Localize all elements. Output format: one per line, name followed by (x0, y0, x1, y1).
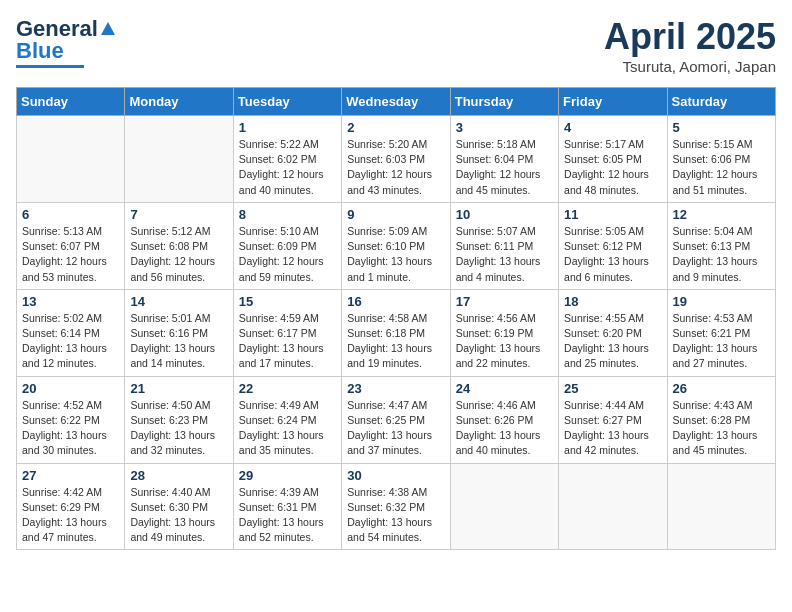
page-header: General Blue April 2025 Tsuruta, Aomori,… (16, 16, 776, 75)
day-number: 18 (564, 294, 661, 309)
day-info: Sunrise: 4:53 AM Sunset: 6:21 PM Dayligh… (673, 311, 770, 372)
logo: General Blue (16, 16, 115, 68)
day-info: Sunrise: 4:44 AM Sunset: 6:27 PM Dayligh… (564, 398, 661, 459)
day-info: Sunrise: 4:42 AM Sunset: 6:29 PM Dayligh… (22, 485, 119, 546)
day-info: Sunrise: 5:07 AM Sunset: 6:11 PM Dayligh… (456, 224, 553, 285)
day-info: Sunrise: 5:04 AM Sunset: 6:13 PM Dayligh… (673, 224, 770, 285)
title-block: April 2025 Tsuruta, Aomori, Japan (604, 16, 776, 75)
day-number: 30 (347, 468, 444, 483)
calendar-cell: 5Sunrise: 5:15 AM Sunset: 6:06 PM Daylig… (667, 116, 775, 203)
calendar-cell: 11Sunrise: 5:05 AM Sunset: 6:12 PM Dayli… (559, 202, 667, 289)
day-number: 16 (347, 294, 444, 309)
calendar-cell: 19Sunrise: 4:53 AM Sunset: 6:21 PM Dayli… (667, 289, 775, 376)
calendar-cell: 14Sunrise: 5:01 AM Sunset: 6:16 PM Dayli… (125, 289, 233, 376)
day-number: 12 (673, 207, 770, 222)
day-info: Sunrise: 5:17 AM Sunset: 6:05 PM Dayligh… (564, 137, 661, 198)
calendar-cell: 17Sunrise: 4:56 AM Sunset: 6:19 PM Dayli… (450, 289, 558, 376)
day-number: 19 (673, 294, 770, 309)
day-info: Sunrise: 5:22 AM Sunset: 6:02 PM Dayligh… (239, 137, 336, 198)
day-info: Sunrise: 4:38 AM Sunset: 6:32 PM Dayligh… (347, 485, 444, 546)
day-number: 4 (564, 120, 661, 135)
day-number: 8 (239, 207, 336, 222)
weekday-header: Tuesday (233, 88, 341, 116)
day-info: Sunrise: 5:13 AM Sunset: 6:07 PM Dayligh… (22, 224, 119, 285)
day-info: Sunrise: 4:40 AM Sunset: 6:30 PM Dayligh… (130, 485, 227, 546)
calendar-cell: 16Sunrise: 4:58 AM Sunset: 6:18 PM Dayli… (342, 289, 450, 376)
calendar-cell (450, 463, 558, 550)
calendar-cell: 9Sunrise: 5:09 AM Sunset: 6:10 PM Daylig… (342, 202, 450, 289)
calendar-cell (17, 116, 125, 203)
calendar-cell: 7Sunrise: 5:12 AM Sunset: 6:08 PM Daylig… (125, 202, 233, 289)
day-number: 5 (673, 120, 770, 135)
day-number: 7 (130, 207, 227, 222)
day-info: Sunrise: 4:52 AM Sunset: 6:22 PM Dayligh… (22, 398, 119, 459)
month-year-title: April 2025 (604, 16, 776, 58)
calendar-cell: 21Sunrise: 4:50 AM Sunset: 6:23 PM Dayli… (125, 376, 233, 463)
day-number: 29 (239, 468, 336, 483)
day-number: 14 (130, 294, 227, 309)
calendar-cell: 10Sunrise: 5:07 AM Sunset: 6:11 PM Dayli… (450, 202, 558, 289)
calendar-cell: 12Sunrise: 5:04 AM Sunset: 6:13 PM Dayli… (667, 202, 775, 289)
weekday-header: Sunday (17, 88, 125, 116)
day-info: Sunrise: 5:15 AM Sunset: 6:06 PM Dayligh… (673, 137, 770, 198)
day-number: 22 (239, 381, 336, 396)
calendar-week-row: 13Sunrise: 5:02 AM Sunset: 6:14 PM Dayli… (17, 289, 776, 376)
day-number: 9 (347, 207, 444, 222)
day-number: 26 (673, 381, 770, 396)
calendar-cell: 26Sunrise: 4:43 AM Sunset: 6:28 PM Dayli… (667, 376, 775, 463)
weekday-header: Wednesday (342, 88, 450, 116)
day-info: Sunrise: 5:12 AM Sunset: 6:08 PM Dayligh… (130, 224, 227, 285)
day-number: 20 (22, 381, 119, 396)
logo-blue: Blue (16, 38, 64, 64)
weekday-header: Thursday (450, 88, 558, 116)
calendar-cell: 15Sunrise: 4:59 AM Sunset: 6:17 PM Dayli… (233, 289, 341, 376)
calendar-cell (559, 463, 667, 550)
location-subtitle: Tsuruta, Aomori, Japan (604, 58, 776, 75)
day-number: 15 (239, 294, 336, 309)
day-info: Sunrise: 5:05 AM Sunset: 6:12 PM Dayligh… (564, 224, 661, 285)
calendar-cell: 20Sunrise: 4:52 AM Sunset: 6:22 PM Dayli… (17, 376, 125, 463)
day-number: 17 (456, 294, 553, 309)
day-info: Sunrise: 4:47 AM Sunset: 6:25 PM Dayligh… (347, 398, 444, 459)
day-number: 13 (22, 294, 119, 309)
calendar-week-row: 27Sunrise: 4:42 AM Sunset: 6:29 PM Dayli… (17, 463, 776, 550)
calendar-week-row: 6Sunrise: 5:13 AM Sunset: 6:07 PM Daylig… (17, 202, 776, 289)
calendar-cell: 18Sunrise: 4:55 AM Sunset: 6:20 PM Dayli… (559, 289, 667, 376)
calendar-cell: 8Sunrise: 5:10 AM Sunset: 6:09 PM Daylig… (233, 202, 341, 289)
weekday-header: Monday (125, 88, 233, 116)
calendar-cell: 22Sunrise: 4:49 AM Sunset: 6:24 PM Dayli… (233, 376, 341, 463)
day-info: Sunrise: 4:49 AM Sunset: 6:24 PM Dayligh… (239, 398, 336, 459)
day-number: 3 (456, 120, 553, 135)
day-info: Sunrise: 4:58 AM Sunset: 6:18 PM Dayligh… (347, 311, 444, 372)
logo-underline (16, 65, 84, 68)
day-number: 27 (22, 468, 119, 483)
calendar-cell: 25Sunrise: 4:44 AM Sunset: 6:27 PM Dayli… (559, 376, 667, 463)
day-info: Sunrise: 5:02 AM Sunset: 6:14 PM Dayligh… (22, 311, 119, 372)
calendar-cell: 30Sunrise: 4:38 AM Sunset: 6:32 PM Dayli… (342, 463, 450, 550)
day-number: 2 (347, 120, 444, 135)
day-number: 21 (130, 381, 227, 396)
weekday-header: Saturday (667, 88, 775, 116)
day-number: 23 (347, 381, 444, 396)
day-number: 1 (239, 120, 336, 135)
day-number: 6 (22, 207, 119, 222)
day-info: Sunrise: 5:09 AM Sunset: 6:10 PM Dayligh… (347, 224, 444, 285)
day-number: 10 (456, 207, 553, 222)
day-info: Sunrise: 5:18 AM Sunset: 6:04 PM Dayligh… (456, 137, 553, 198)
logo-triangle-icon (101, 22, 115, 35)
day-info: Sunrise: 4:59 AM Sunset: 6:17 PM Dayligh… (239, 311, 336, 372)
day-number: 28 (130, 468, 227, 483)
calendar-week-row: 1Sunrise: 5:22 AM Sunset: 6:02 PM Daylig… (17, 116, 776, 203)
calendar-cell: 4Sunrise: 5:17 AM Sunset: 6:05 PM Daylig… (559, 116, 667, 203)
day-info: Sunrise: 4:56 AM Sunset: 6:19 PM Dayligh… (456, 311, 553, 372)
day-info: Sunrise: 4:55 AM Sunset: 6:20 PM Dayligh… (564, 311, 661, 372)
calendar-cell: 24Sunrise: 4:46 AM Sunset: 6:26 PM Dayli… (450, 376, 558, 463)
calendar-cell: 13Sunrise: 5:02 AM Sunset: 6:14 PM Dayli… (17, 289, 125, 376)
day-number: 24 (456, 381, 553, 396)
weekday-header: Friday (559, 88, 667, 116)
calendar-cell: 6Sunrise: 5:13 AM Sunset: 6:07 PM Daylig… (17, 202, 125, 289)
calendar-cell: 23Sunrise: 4:47 AM Sunset: 6:25 PM Dayli… (342, 376, 450, 463)
calendar-cell: 29Sunrise: 4:39 AM Sunset: 6:31 PM Dayli… (233, 463, 341, 550)
day-info: Sunrise: 5:10 AM Sunset: 6:09 PM Dayligh… (239, 224, 336, 285)
day-info: Sunrise: 4:43 AM Sunset: 6:28 PM Dayligh… (673, 398, 770, 459)
